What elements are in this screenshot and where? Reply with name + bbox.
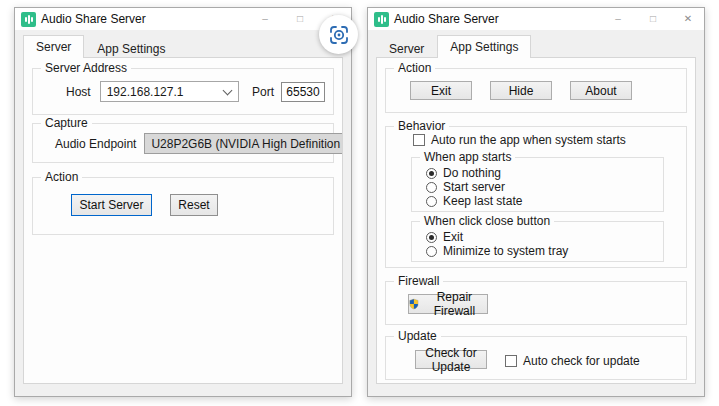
host-value: 192.168.127.1 [107,85,218,99]
host-combobox[interactable]: 192.168.127.1 [100,81,239,102]
update-group-label: Update [394,329,441,344]
auto-check-checkbox-row[interactable]: Auto check for update [505,351,640,370]
radio-selected-icon[interactable] [426,232,437,243]
tab-bar: Server App Settings [376,35,704,58]
start-server-button[interactable]: Start Server [71,194,152,216]
radio-selected-icon[interactable] [426,168,437,179]
app-settings-tab-panel: Action Exit Hide About Behavior Auto run… [376,57,696,384]
server-address-group-label: Server Address [41,61,131,76]
maximize-button[interactable]: □ [294,14,306,24]
radio-exit[interactable]: Exit [426,230,655,244]
screen-capture-button[interactable] [319,15,358,54]
radio-minimize-to-tray[interactable]: Minimize to system tray [426,244,655,258]
action-group-label: Action [41,170,82,185]
tab-server[interactable]: Server [376,38,437,58]
port-input[interactable] [281,82,325,102]
repair-firewall-button[interactable]: Repair Firewall [408,294,488,314]
action-group-label: Action [394,61,435,76]
audio-share-server-window-app-settings-tab: Audio Share Server – □ ✕ Server App Sett… [367,7,705,397]
radio-keep-last-state[interactable]: Keep last state [426,194,655,208]
action-group: Action Exit Hide About [385,68,687,113]
audio-endpoint-combobox[interactable]: U28P2G6B (NVIDIA High Definition Audio) [144,133,343,154]
auto-run-checkbox-row[interactable]: Auto run the app when system starts [413,133,676,147]
behavior-group-label: Behavior [394,119,449,134]
capture-crosshair-icon [328,24,350,46]
auto-run-label: Auto run the app when system starts [431,133,626,147]
tab-app-settings[interactable]: App Settings [437,35,531,58]
radio-icon[interactable] [426,182,437,193]
audio-endpoint-value: U28P2G6B (NVIDIA High Definition Audio) [151,137,343,151]
radio-label: Start server [443,180,505,194]
tab-bar: Server App Settings [23,35,351,58]
tab-server[interactable]: Server [23,35,84,58]
app-logo-icon [21,12,36,27]
titlebar[interactable]: Audio Share Server – □ ✕ [15,8,351,30]
radio-label: Minimize to system tray [443,244,568,258]
repair-firewall-label: Repair Firewall [422,290,487,318]
server-address-group: Server Address Host 192.168.127.1 Port [32,68,334,115]
radio-icon[interactable] [426,246,437,257]
minimize-button[interactable]: – [612,14,624,24]
uac-shield-icon [409,297,419,311]
window-title: Audio Share Server [41,12,146,26]
capture-group-label: Capture [41,116,92,131]
exit-button[interactable]: Exit [410,81,472,100]
chevron-down-icon [223,85,233,95]
capture-group: Capture Audio Endpoint U28P2G6B (NVIDIA … [32,123,334,163]
radio-do-nothing[interactable]: Do nothing [426,166,655,180]
about-button[interactable]: About [570,81,632,100]
action-group: Action Start Server Reset [32,177,334,235]
radio-label: Exit [443,230,463,244]
radio-icon[interactable] [426,196,437,207]
checkbox-unchecked-icon[interactable] [505,355,517,367]
when-app-starts-group: When app starts Do nothing Start server … [411,157,664,212]
close-button[interactable]: ✕ [682,14,694,24]
behavior-group: Behavior Auto run the app when system st… [385,126,687,268]
firewall-group: Firewall [385,281,687,325]
update-group: Update Check for Update Auto check for u… [385,336,687,380]
audio-share-server-window-server-tab: Audio Share Server – □ ✕ Server App Sett… [14,7,352,397]
titlebar[interactable]: Audio Share Server – □ ✕ [368,8,704,30]
firewall-group-label: Firewall [394,274,443,289]
audio-endpoint-label: Audio Endpoint [55,137,136,151]
radio-start-server[interactable]: Start server [426,180,655,194]
hide-button[interactable]: Hide [490,81,552,100]
window-title: Audio Share Server [394,12,499,26]
when-app-starts-label: When app starts [420,150,515,165]
app-logo-icon [374,12,389,27]
port-label: Port [252,85,274,99]
when-click-close-group: When click close button Exit Minimize to… [411,221,664,262]
maximize-button[interactable]: □ [647,14,659,24]
checkbox-unchecked-icon[interactable] [413,134,425,146]
auto-check-label: Auto check for update [523,354,640,368]
check-for-update-button[interactable]: Check for Update [415,350,487,369]
when-click-close-label: When click close button [420,214,554,229]
window-controls: – □ ✕ [612,14,694,24]
reset-button[interactable]: Reset [170,194,218,216]
host-label: Host [66,85,91,99]
server-tab-panel: Server Address Host 192.168.127.1 Port C… [23,57,343,384]
tab-app-settings[interactable]: App Settings [84,38,178,58]
minimize-button[interactable]: – [259,14,271,24]
radio-label: Keep last state [443,194,522,208]
radio-label: Do nothing [443,166,501,180]
